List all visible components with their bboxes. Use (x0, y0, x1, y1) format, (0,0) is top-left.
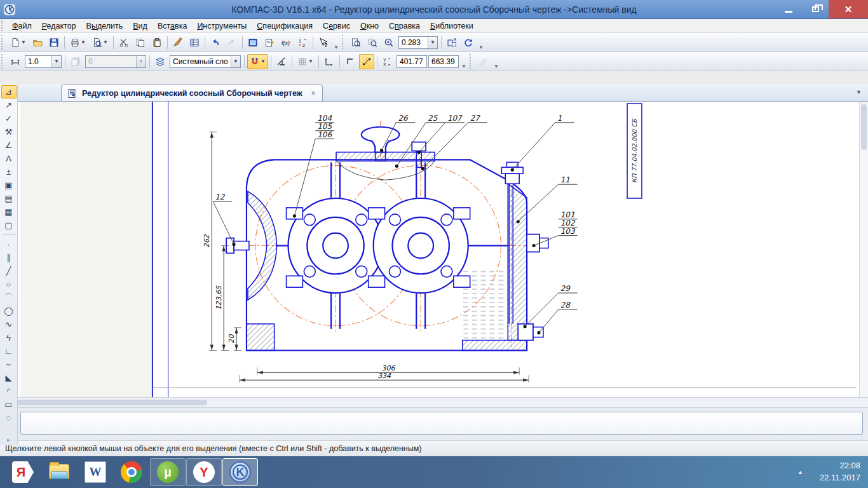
horizontal-scrollbar[interactable] (0, 397, 868, 407)
yandex-app-button[interactable]: Я (5, 458, 41, 486)
context-help[interactable]: ? (316, 35, 331, 50)
callout-26[interactable]: 26 (398, 114, 409, 123)
callout-103[interactable]: 103 (560, 227, 576, 236)
dropdown-caret-icon[interactable]: ▼ (103, 39, 108, 45)
word-app-button[interactable]: W (78, 458, 113, 486)
drawing-canvas[interactable]: КП 77.04.02.000 СБ (18, 102, 859, 397)
circle-tool[interactable]: ○ (1, 278, 17, 291)
ortho-drawing[interactable] (274, 54, 289, 69)
fit-document[interactable] (444, 35, 459, 50)
functions[interactable]: f(x) (278, 35, 294, 50)
document-tab[interactable]: Редуктор цилиндрический соосный Сборочны… (61, 85, 323, 101)
fast-draw-tool[interactable]: ϟ (1, 331, 17, 344)
toolbar-overflow-icon[interactable]: ▼ (478, 44, 484, 51)
view-panel[interactable]: ▣ (1, 179, 17, 192)
dimension-20[interactable]: 20 (227, 334, 236, 344)
copy[interactable] (133, 35, 148, 50)
callout-12[interactable]: 12 (215, 193, 226, 201)
fillet-tool[interactable]: ◜ (1, 384, 17, 398)
callout-25[interactable]: 25 (428, 114, 438, 123)
segment-tool[interactable]: ╱ (1, 264, 17, 278)
geometry-panel[interactable]: ⊿ (1, 85, 17, 98)
callout-11[interactable]: 11 (560, 175, 570, 184)
right-angle-snap[interactable] (342, 54, 358, 69)
callout-101[interactable]: 101 (560, 210, 575, 219)
undo[interactable] (208, 35, 223, 50)
paste[interactable] (149, 35, 165, 50)
rectangle-tool[interactable]: ▭ (1, 398, 17, 411)
renumber-positions[interactable]: 12 (295, 35, 310, 50)
zoom-scale-combo[interactable]: 0.283▼ (398, 36, 438, 49)
polyline-tool[interactable]: ∟ (1, 344, 17, 358)
callout-1[interactable]: 1 (557, 114, 562, 123)
copy-properties[interactable] (170, 35, 186, 50)
menu-редактор[interactable]: Редактор (37, 20, 81, 32)
document-windows[interactable] (245, 35, 261, 50)
layers-manager[interactable] (153, 54, 168, 69)
callout-29[interactable]: 29 (560, 284, 571, 293)
menu-файл[interactable]: Файл (7, 20, 37, 32)
dropdown-caret-icon[interactable]: ▼ (308, 58, 313, 64)
new-document[interactable]: ▼ (8, 35, 29, 50)
specification-panel[interactable]: ▤ (1, 192, 17, 205)
current-style[interactable] (476, 54, 491, 69)
dimension-262[interactable]: 262 (203, 234, 211, 248)
menu-вид[interactable]: Вид (128, 20, 153, 32)
callout-104[interactable]: 104 (317, 114, 332, 123)
minimize-button[interactable] (775, 0, 802, 18)
assembly-drawing[interactable]: КП 77.04.02.000 СБ (18, 102, 859, 397)
close-button[interactable]: ✕ (829, 0, 868, 18)
bezier-tool[interactable]: ~ (1, 358, 17, 371)
toolbar-overflow-icon[interactable]: ▼ (461, 64, 466, 71)
designations-panel[interactable]: ✓ (1, 112, 17, 125)
coord-y-field[interactable]: 401.77 (397, 55, 427, 68)
grid-toggle[interactable]: ▼ (295, 54, 316, 69)
reports-panel[interactable]: ▦ (1, 205, 17, 219)
copy-to-layer[interactable] (68, 54, 83, 69)
redo[interactable] (224, 35, 240, 50)
dropdown-caret-icon[interactable]: ▼ (261, 58, 266, 64)
cut[interactable] (116, 35, 132, 50)
print[interactable]: ▼ (67, 35, 88, 50)
cursor-step-combo[interactable]: 1.0▼ (25, 55, 62, 68)
toolbar-grip[interactable] (342, 35, 346, 50)
vertical-scrollbar-thumb[interactable] (861, 104, 867, 150)
dimension-334[interactable]: 334 (377, 372, 391, 380)
chamfer-tool[interactable]: ◣ (1, 371, 17, 384)
explorer-app-button[interactable] (41, 458, 77, 486)
vertical-scrollbar[interactable] (859, 102, 868, 397)
layer-number-combo-dropdown-icon[interactable]: ▼ (136, 56, 146, 67)
menu-вставка[interactable]: Вставка (153, 20, 192, 32)
coord-x-field[interactable]: 663.39 (428, 55, 459, 68)
arc-tool[interactable]: ⌒ (1, 291, 17, 304)
contour-tool[interactable]: ◌ (1, 411, 17, 424)
menu-выделить[interactable]: Выделить (81, 20, 128, 32)
toolbar-grip[interactable] (1, 54, 6, 69)
parallel-line-tool[interactable]: ∥ (1, 251, 17, 264)
specification-editor[interactable] (187, 35, 202, 50)
menu-окно[interactable]: Окно (355, 20, 384, 32)
zoom-scale-combo-dropdown-icon[interactable]: ▼ (428, 37, 437, 48)
kompas-app-button[interactable]: K (222, 458, 258, 486)
spline-tool[interactable]: ∿ (1, 318, 17, 331)
chrome-app-button[interactable] (114, 458, 149, 486)
menu-справка[interactable]: Справка (384, 20, 425, 32)
toolbar-overflow-icon[interactable]: ▼ (334, 44, 339, 51)
variables[interactable]: ?= (262, 35, 277, 50)
horizontal-scrollbar-thumb[interactable] (4, 400, 207, 405)
dropdown-caret-icon[interactable]: ▼ (21, 39, 26, 45)
zoom-by-document[interactable] (348, 35, 363, 50)
ellipse-tool[interactable]: ◯ (1, 304, 17, 318)
callout-28[interactable]: 28 (560, 301, 571, 309)
restore-button[interactable] (802, 0, 829, 18)
snaps-toggle[interactable]: ▼ (247, 54, 268, 69)
dropdown-caret-icon[interactable]: ▼ (81, 39, 86, 45)
callout-105[interactable]: 105 (317, 122, 332, 131)
selection-panel[interactable]: ± (1, 165, 17, 179)
callout-102[interactable]: 102 (560, 219, 576, 227)
callout-107[interactable]: 107 (447, 114, 463, 123)
roundoff-snap[interactable] (359, 54, 374, 69)
callout-106[interactable]: 106 (317, 130, 332, 139)
measure-panel[interactable]: Λ (1, 152, 17, 165)
toolbar-grip[interactable] (1, 35, 6, 50)
